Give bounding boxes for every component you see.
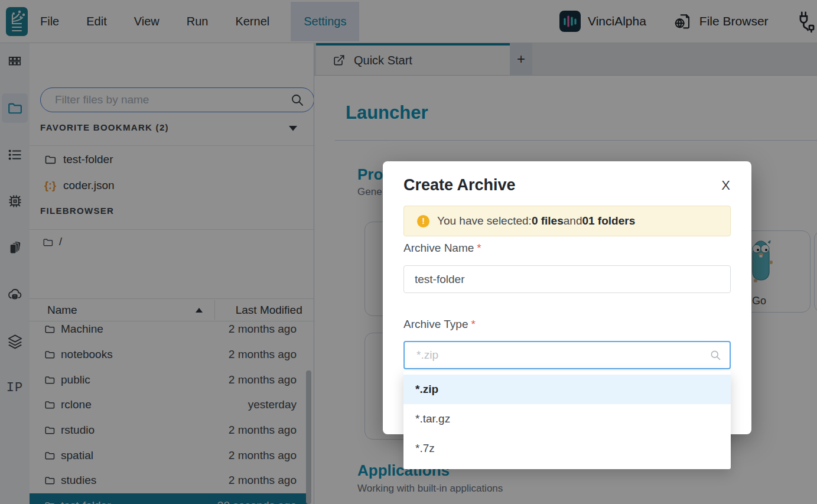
archive-name-input[interactable] — [403, 265, 731, 293]
search-icon — [709, 349, 721, 361]
archive-name-label: Archive Name* — [403, 242, 481, 255]
required-asterisk: * — [471, 318, 475, 330]
dropdown-option-zip[interactable]: *.zip — [403, 375, 731, 404]
application-window: File Edit View Run Kernel Settings Vinci… — [0, 0, 817, 504]
dropdown-option-7z[interactable]: *.7z — [403, 434, 731, 463]
archive-type-dropdown: *.zip *.tar.gz *.7z — [403, 371, 731, 469]
warning-icon: ! — [417, 215, 429, 227]
dropdown-option-targz[interactable]: *.tar.gz — [403, 404, 731, 434]
close-icon[interactable]: X — [721, 178, 730, 193]
selection-warning: ! You have selected: 0 files and 01 fold… — [403, 206, 731, 236]
archive-type-label: Archive Type* — [403, 318, 476, 331]
archive-type-combobox — [403, 341, 731, 369]
warning-prefix: You have selected: — [437, 214, 532, 227]
required-asterisk: * — [477, 242, 481, 254]
modal-title: Create Archive — [403, 176, 516, 194]
warning-folders-count: 01 folders — [582, 214, 635, 227]
warning-and: and — [564, 214, 582, 227]
warning-files-count: 0 files — [532, 214, 564, 227]
archive-type-input[interactable] — [415, 348, 709, 362]
